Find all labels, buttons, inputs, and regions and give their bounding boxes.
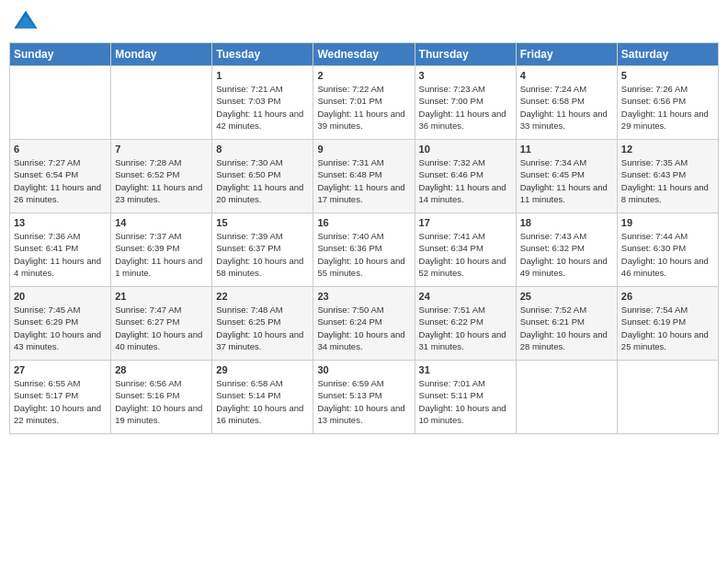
calendar-cell: 11Sunrise: 7:34 AMSunset: 6:45 PMDayligh… <box>516 140 617 213</box>
day-number: 2 <box>317 70 410 81</box>
day-info: Sunrise: 7:54 AMSunset: 6:19 PMDaylight:… <box>621 304 714 352</box>
day-info: Sunrise: 7:37 AMSunset: 6:39 PMDaylight:… <box>115 230 208 279</box>
calendar-cell: 23Sunrise: 7:50 AMSunset: 6:24 PMDayligh… <box>313 287 415 361</box>
calendar-cell <box>10 66 111 140</box>
day-number: 11 <box>520 144 613 155</box>
calendar-week-row: 1Sunrise: 7:21 AMSunset: 7:03 PMDaylight… <box>10 66 719 140</box>
day-info: Sunrise: 7:45 AMSunset: 6:29 PMDaylight:… <box>14 304 107 352</box>
day-number: 7 <box>115 144 208 155</box>
calendar-cell: 28Sunrise: 6:56 AMSunset: 5:16 PMDayligh… <box>111 361 212 434</box>
calendar-week-row: 13Sunrise: 7:36 AMSunset: 6:41 PMDayligh… <box>10 213 719 287</box>
calendar-cell: 4Sunrise: 7:24 AMSunset: 6:58 PMDaylight… <box>516 66 617 140</box>
calendar-cell: 3Sunrise: 7:23 AMSunset: 7:00 PMDaylight… <box>415 66 516 140</box>
day-info: Sunrise: 7:28 AMSunset: 6:52 PMDaylight:… <box>115 156 208 205</box>
day-info: Sunrise: 7:31 AMSunset: 6:48 PMDaylight:… <box>317 156 410 205</box>
calendar-cell: 16Sunrise: 7:40 AMSunset: 6:36 PMDayligh… <box>313 213 415 287</box>
weekday-header: Tuesday <box>212 43 313 66</box>
weekday-header: Monday <box>111 43 212 66</box>
day-info: Sunrise: 7:24 AMSunset: 6:58 PMDaylight:… <box>520 83 613 132</box>
calendar-cell: 10Sunrise: 7:32 AMSunset: 6:46 PMDayligh… <box>415 140 516 213</box>
day-info: Sunrise: 7:44 AMSunset: 6:30 PMDaylight:… <box>621 230 714 279</box>
calendar-cell: 15Sunrise: 7:39 AMSunset: 6:37 PMDayligh… <box>212 213 313 287</box>
calendar-table: SundayMondayTuesdayWednesdayThursdayFrid… <box>9 42 719 434</box>
calendar-cell <box>111 66 212 140</box>
day-number: 22 <box>216 291 309 302</box>
day-number: 6 <box>14 144 107 155</box>
calendar-cell: 22Sunrise: 7:48 AMSunset: 6:25 PMDayligh… <box>212 287 313 361</box>
calendar-cell: 20Sunrise: 7:45 AMSunset: 6:29 PMDayligh… <box>10 287 111 361</box>
day-number: 1 <box>216 70 309 81</box>
day-info: Sunrise: 7:34 AMSunset: 6:45 PMDaylight:… <box>520 156 613 205</box>
day-number: 14 <box>115 217 208 228</box>
day-number: 13 <box>14 217 107 228</box>
calendar-cell: 6Sunrise: 7:27 AMSunset: 6:54 PMDaylight… <box>10 140 111 213</box>
day-info: Sunrise: 7:51 AMSunset: 6:22 PMDaylight:… <box>419 304 512 352</box>
day-number: 31 <box>419 364 512 375</box>
weekday-header: Wednesday <box>313 43 415 66</box>
weekday-header: Sunday <box>10 43 111 66</box>
day-info: Sunrise: 6:59 AMSunset: 5:13 PMDaylight:… <box>317 377 410 426</box>
calendar-cell: 1Sunrise: 7:21 AMSunset: 7:03 PMDaylight… <box>212 66 313 140</box>
day-number: 28 <box>115 364 208 375</box>
calendar-cell <box>516 361 617 434</box>
day-info: Sunrise: 7:23 AMSunset: 7:00 PMDaylight:… <box>419 83 512 132</box>
day-number: 17 <box>419 217 512 228</box>
day-info: Sunrise: 7:27 AMSunset: 6:54 PMDaylight:… <box>14 156 107 205</box>
weekday-header: Friday <box>516 43 617 66</box>
day-number: 30 <box>317 364 410 375</box>
calendar-body: 1Sunrise: 7:21 AMSunset: 7:03 PMDaylight… <box>10 66 719 434</box>
calendar-week-row: 6Sunrise: 7:27 AMSunset: 6:54 PMDaylight… <box>10 140 719 213</box>
weekday-header: Saturday <box>617 43 718 66</box>
day-info: Sunrise: 7:36 AMSunset: 6:41 PMDaylight:… <box>14 230 107 279</box>
day-info: Sunrise: 7:47 AMSunset: 6:27 PMDaylight:… <box>115 304 208 352</box>
day-number: 9 <box>317 144 410 155</box>
calendar-cell: 13Sunrise: 7:36 AMSunset: 6:41 PMDayligh… <box>10 213 111 287</box>
weekday-row: SundayMondayTuesdayWednesdayThursdayFrid… <box>10 43 719 66</box>
day-info: Sunrise: 7:52 AMSunset: 6:21 PMDaylight:… <box>520 304 613 352</box>
day-number: 19 <box>621 217 714 228</box>
day-number: 3 <box>419 70 512 81</box>
day-number: 24 <box>419 291 512 302</box>
logo <box>13 9 40 35</box>
day-number: 18 <box>520 217 613 228</box>
day-number: 8 <box>216 144 309 155</box>
weekday-header: Thursday <box>415 43 516 66</box>
calendar-week-row: 20Sunrise: 7:45 AMSunset: 6:29 PMDayligh… <box>10 287 719 361</box>
day-number: 26 <box>621 291 714 302</box>
day-number: 15 <box>216 217 309 228</box>
day-info: Sunrise: 7:01 AMSunset: 5:11 PMDaylight:… <box>419 377 512 426</box>
calendar-cell: 30Sunrise: 6:59 AMSunset: 5:13 PMDayligh… <box>313 361 415 434</box>
calendar-week-row: 27Sunrise: 6:55 AMSunset: 5:17 PMDayligh… <box>10 361 719 434</box>
calendar-header: SundayMondayTuesdayWednesdayThursdayFrid… <box>10 43 719 66</box>
day-info: Sunrise: 7:48 AMSunset: 6:25 PMDaylight:… <box>216 304 309 352</box>
calendar-cell: 29Sunrise: 6:58 AMSunset: 5:14 PMDayligh… <box>212 361 313 434</box>
day-number: 27 <box>14 364 107 375</box>
day-info: Sunrise: 7:21 AMSunset: 7:03 PMDaylight:… <box>216 83 309 132</box>
calendar-cell <box>617 361 718 434</box>
day-number: 16 <box>317 217 410 228</box>
day-info: Sunrise: 6:58 AMSunset: 5:14 PMDaylight:… <box>216 377 309 426</box>
day-info: Sunrise: 7:32 AMSunset: 6:46 PMDaylight:… <box>419 156 512 205</box>
day-number: 5 <box>621 70 714 81</box>
day-info: Sunrise: 6:55 AMSunset: 5:17 PMDaylight:… <box>14 377 107 426</box>
calendar-cell: 18Sunrise: 7:43 AMSunset: 6:32 PMDayligh… <box>516 213 617 287</box>
calendar-cell: 19Sunrise: 7:44 AMSunset: 6:30 PMDayligh… <box>617 213 718 287</box>
calendar-cell: 21Sunrise: 7:47 AMSunset: 6:27 PMDayligh… <box>111 287 212 361</box>
day-info: Sunrise: 7:43 AMSunset: 6:32 PMDaylight:… <box>520 230 613 279</box>
calendar-cell: 8Sunrise: 7:30 AMSunset: 6:50 PMDaylight… <box>212 140 313 213</box>
day-info: Sunrise: 7:40 AMSunset: 6:36 PMDaylight:… <box>317 230 410 279</box>
day-info: Sunrise: 7:39 AMSunset: 6:37 PMDaylight:… <box>216 230 309 279</box>
day-info: Sunrise: 7:30 AMSunset: 6:50 PMDaylight:… <box>216 156 309 205</box>
day-number: 20 <box>14 291 107 302</box>
calendar-cell: 31Sunrise: 7:01 AMSunset: 5:11 PMDayligh… <box>415 361 516 434</box>
page: SundayMondayTuesdayWednesdayThursdayFrid… <box>0 0 728 443</box>
calendar-cell: 5Sunrise: 7:26 AMSunset: 6:56 PMDaylight… <box>617 66 718 140</box>
day-number: 4 <box>520 70 613 81</box>
calendar-cell: 9Sunrise: 7:31 AMSunset: 6:48 PMDaylight… <box>313 140 415 213</box>
day-number: 10 <box>419 144 512 155</box>
day-info: Sunrise: 7:41 AMSunset: 6:34 PMDaylight:… <box>419 230 512 279</box>
calendar-cell: 25Sunrise: 7:52 AMSunset: 6:21 PMDayligh… <box>516 287 617 361</box>
day-info: Sunrise: 7:35 AMSunset: 6:43 PMDaylight:… <box>621 156 714 205</box>
day-info: Sunrise: 7:26 AMSunset: 6:56 PMDaylight:… <box>621 83 714 132</box>
day-number: 23 <box>317 291 410 302</box>
